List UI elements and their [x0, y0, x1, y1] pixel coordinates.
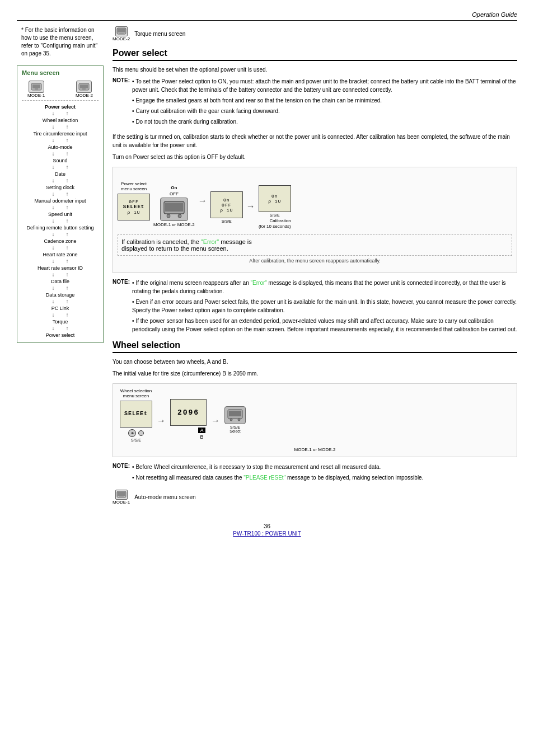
menu-item-automode: Auto-mode [22, 143, 99, 151]
lcd1-line1: ΘFF [129, 199, 138, 204]
torque-mode-label: MODE-2 [113, 36, 130, 41]
whl-sse-label1: S/S/E [131, 438, 141, 442]
svg-rect-18 [118, 492, 125, 496]
menu-item-setting-clock: Setting clock [22, 184, 99, 191]
menu-item-sound: Sound [22, 157, 99, 165]
lcd1-line3: ρ iU [127, 210, 140, 215]
device-illustration [160, 198, 188, 221]
menu-items-list: Power select ↓↑ Wheel selection ↓↑ Tire … [22, 103, 99, 339]
diag-box-lcd3-group: Θn ρ iU S/S/E Calibration(for 10 seconds… [259, 172, 291, 230]
note1-label: NOTE: [113, 77, 130, 128]
right-column: MODE-2 Torque menu screen Power select T… [113, 26, 517, 511]
wheel-selection-intro1: You can choose between two wheels, A and… [113, 358, 517, 366]
lcd2-line1: Θn [223, 198, 230, 203]
menu-arrows-10: ↓↑ [22, 232, 99, 237]
power-select-body1: If the setting is tur mned on, calibrati… [113, 133, 517, 149]
whl-lcd-text: SELEEt [124, 411, 148, 417]
menu-arrows-8: ↓↑ [22, 205, 99, 210]
menu-screen-box: Menu screen MODE-1 [17, 65, 104, 343]
lcd-box-2: Θn ΘFF ρ iU [210, 191, 243, 218]
svg-rect-19 [119, 496, 124, 497]
calibration-time-label: Calibration(for 10 seconds) [259, 218, 291, 230]
menu-item-data-storage: Data storage [22, 291, 99, 299]
torque-menu-label: Torque menu screen [134, 31, 185, 37]
menu-arrows-3: ↓↑ [22, 138, 99, 143]
menu-arrows-13: ↓↑ [22, 272, 99, 278]
whl-diag-box-value: 2096 A B [170, 399, 207, 440]
power-select-header: Power select [113, 48, 517, 61]
page-number: 36 [17, 523, 517, 529]
menu-item-power-select-bottom: Power select [22, 331, 99, 339]
sse-label-1: S/S/E [222, 219, 232, 223]
diag-box-menu-screen: Power selectmenu screen ΘFF SELEEt ρ iU [118, 181, 150, 220]
whl-mode-badge: MODE-1 or MODE-2 [120, 445, 510, 452]
menu-item-torque: Torque [22, 318, 99, 326]
lcd1-line2: SELEEt [123, 204, 144, 210]
menu-arrows-14: ↓↑ [22, 285, 99, 291]
whl-arrow-1: → [157, 416, 166, 426]
b-option: B [198, 434, 205, 440]
main-layout: * For the basic information on how to us… [17, 26, 517, 511]
lcd3-line2: ρ iU [268, 199, 281, 204]
menu-item-manual-odo: Manual odometer input [22, 197, 99, 205]
note2-bullet1: If the original menu screen reappears af… [132, 279, 517, 295]
svg-rect-1 [32, 84, 40, 88]
svg-point-12 [178, 214, 181, 218]
lcd-box-1: ΘFF SELEEt ρ iU [118, 194, 150, 220]
auto-mode-label: MODE-1 [113, 500, 130, 505]
left-column: * For the basic information on how to us… [17, 26, 104, 511]
after-calibration-note: After calibration, the menu screen reapp… [118, 258, 512, 264]
auto-mode-menu-line: MODE-1 Auto-mode menu screen [113, 490, 517, 505]
menu-item-speed-unit: Speed unit [22, 210, 99, 218]
wheel-selection-diagram: Wheel selectionmenu screen SELEEt ⊕ S/S/… [113, 383, 517, 457]
a-selected: A [198, 428, 205, 433]
svg-rect-2 [35, 88, 38, 90]
whl-device-icon [224, 406, 246, 424]
power-select-intro: This menu should be set when the optiona… [113, 65, 517, 74]
note2-bullet2: Even if an error occurs and Power select… [132, 298, 517, 314]
whl-lcd-box-value: 2096 [170, 399, 207, 426]
whl-bottom-buttons: ⊕ [128, 429, 144, 437]
menu-arrows-6: ↓↑ [22, 178, 99, 184]
footer-link[interactable]: PW-TR100 : POWER UNIT [233, 530, 301, 537]
svg-rect-10 [165, 203, 183, 212]
menu-item-hr-zone: Heart rate zone [22, 251, 99, 259]
power-select-body2: Turn on Power select as this option is O… [113, 153, 517, 161]
whl-select-label: Select [229, 429, 240, 433]
lcd3-line1: Θn [271, 194, 278, 199]
page-header: Operation Guide [17, 11, 517, 21]
menu-arrows-11: ↓↑ [22, 245, 99, 251]
menu-screen-title: Menu screen [22, 69, 99, 76]
svg-rect-5 [82, 88, 86, 90]
note1-bullet4: Do not touch the crank during calibratio… [132, 118, 517, 126]
whl-value-text: 2096 [177, 408, 199, 417]
menu-arrows-1: ↓↑ [22, 111, 99, 116]
menu-arrows-2: ↓↑ [22, 124, 99, 130]
torque-menu-line: MODE-2 Torque menu screen [113, 26, 517, 41]
note1-content: To set the Power select option to ON, yo… [132, 77, 517, 128]
power-select-note1-block: NOTE: To set the Power select option to … [113, 77, 517, 128]
menu-divider-top [22, 100, 99, 101]
svg-rect-8 [119, 33, 124, 34]
off-label: OFF [170, 191, 179, 196]
lcd-box-3: Θn ρ iU [259, 185, 291, 212]
menu-arrows-9: ↓↑ [22, 218, 99, 224]
mode-badge-calib: MODE-1 or MODE-2 [153, 222, 195, 227]
note1-bullet3: Carry out calibration with the gear cran… [132, 107, 517, 115]
diag-box-lcd2: Θn ΘFF ρ iU S/S/E [210, 191, 243, 223]
torque-icon-box: MODE-2 [113, 26, 130, 41]
lcd3-wrapper: Θn ρ iU S/S/E [259, 172, 291, 217]
calibration-diagram: Power selectmenu screen ΘFF SELEEt ρ iU … [113, 167, 517, 273]
calibration-cancel-text: If calibration is canceled, the [121, 238, 201, 245]
note2-label: NOTE: [113, 279, 130, 336]
menu-item-hr-sensor: Heart rate sensor ID [22, 264, 99, 272]
calibration-cancel-note: If calibration is canceled, the "Error" … [118, 234, 512, 256]
arrow-1: → [198, 196, 207, 206]
error-highlight: "Error" [201, 238, 219, 245]
page-footer: 36 PW-TR100 : POWER UNIT [17, 523, 517, 537]
whl-arrow-2: → [211, 416, 220, 426]
menu-item-data-file: Data file [22, 278, 99, 285]
mode1-icon: MODE-1 [27, 81, 45, 98]
on-label: On [171, 185, 177, 190]
device-icon-mode2 [76, 81, 92, 93]
